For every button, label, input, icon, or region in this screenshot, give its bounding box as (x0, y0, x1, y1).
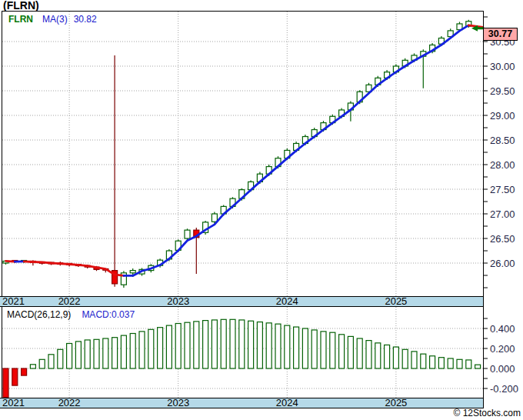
macd-bar (39, 359, 45, 368)
year-label: 2022 (58, 296, 81, 307)
macd-bar (330, 332, 335, 368)
year-label: 2023 (167, 398, 189, 408)
year-label: 2024 (276, 398, 298, 408)
macd-bar (357, 338, 362, 368)
ma-line-segment (6, 261, 15, 262)
y-axis-label: 27.50 (490, 184, 515, 195)
y-axis-label: 28.00 (490, 159, 515, 171)
macd-bar (94, 339, 99, 368)
macd-bar (311, 330, 317, 368)
y-axis-label: 26.00 (490, 258, 515, 269)
year-label: 2023 (167, 296, 189, 307)
macd-bar (3, 368, 8, 398)
macd-bar (112, 338, 118, 368)
macd-bar (230, 319, 235, 368)
macd-bar (58, 349, 63, 368)
page-title: (FLRN) (3, 0, 39, 12)
macd-bar (130, 334, 135, 369)
macd-bar (121, 335, 126, 368)
macd-bar (438, 358, 444, 368)
y-axis-label: 29.50 (490, 85, 515, 97)
macd-bar (139, 332, 145, 368)
macd-bar (457, 359, 462, 368)
year-label: 2021 (2, 296, 25, 307)
macd-bar (475, 365, 481, 368)
macd-label: MACD(26,12,9) (7, 309, 71, 320)
legend-symbol: FLRN (8, 14, 33, 25)
macd-bar (203, 321, 208, 368)
macd-bar (448, 358, 453, 368)
macd-bar (294, 327, 299, 368)
macd-bar (411, 352, 417, 368)
macd-bar (393, 347, 398, 368)
macd-bar (221, 319, 226, 368)
y-axis-label: 0.400 (490, 323, 515, 335)
macd-bar (212, 320, 217, 368)
macd-bar (430, 356, 435, 368)
macd-bar (275, 324, 281, 368)
macd-bar (348, 336, 353, 368)
macd-bar (248, 321, 254, 368)
macd-value: MACD:0.037 (82, 309, 135, 320)
price-legend: FLRNMA(3)30.82 (8, 14, 97, 25)
macd-bar (175, 324, 181, 369)
x-axis-band-macd: 20212022202320242025 (0, 398, 484, 408)
y-axis-label: 27.00 (490, 208, 515, 220)
macd-bar (239, 320, 245, 368)
stock-chart-page: (FLRN) 26.0026.5027.0027.5028.0028.5029.… (0, 0, 523, 420)
y-axis-label: 0.000 (490, 363, 515, 375)
legend-ma-value: 30.82 (74, 14, 97, 25)
y-axis-label: 29.00 (490, 110, 515, 122)
macd-bar (321, 332, 326, 368)
macd-bar (103, 338, 108, 368)
macd-bar (339, 335, 345, 368)
macd-bar (194, 322, 199, 368)
y-axis-label: 26.50 (490, 233, 515, 245)
macd-bar (22, 368, 27, 375)
macd-bar (302, 328, 308, 368)
price-chart-canvas: 26.0026.5027.0027.5028.0028.5029.0029.50… (0, 11, 523, 296)
macd-bar (185, 322, 190, 368)
y-axis-label: 28.50 (490, 135, 515, 146)
year-label: 2021 (2, 398, 25, 408)
y-axis-label: 0.200 (490, 343, 515, 355)
macd-bar (148, 329, 154, 368)
macd-bar (257, 322, 262, 368)
candle (130, 271, 135, 273)
y-axis-line (483, 11, 484, 408)
macd-bar (466, 360, 471, 368)
macd-chart-canvas: 0.4000.2000.000-0.200 (0, 307, 523, 398)
macd-bar (30, 365, 35, 368)
macd-bar (375, 343, 381, 368)
candle (185, 230, 190, 238)
macd-bar (166, 325, 172, 368)
year-label: 2024 (276, 296, 298, 307)
copyright-watermark: © 12Stocks.com (453, 408, 521, 418)
macd-bar (158, 328, 163, 368)
macd-bar (385, 345, 390, 368)
year-label: 2025 (385, 398, 407, 408)
y-axis-label: -0.200 (490, 383, 518, 395)
candle (212, 214, 217, 222)
year-label: 2025 (385, 296, 407, 307)
macd-header: MACD(26,12,9)MACD:0.037 (7, 309, 135, 320)
year-label: 2022 (58, 398, 81, 408)
macd-bar (85, 340, 90, 368)
x-axis-band-main: 20212022202320242025 (0, 296, 484, 307)
macd-bar (12, 368, 18, 385)
y-axis-label: 30.00 (490, 61, 515, 72)
macd-bar (421, 354, 426, 368)
macd-bar (366, 341, 371, 368)
legend-ma-label: MA(3) (42, 14, 68, 25)
ma-line-segment (24, 262, 124, 276)
macd-bar (285, 325, 290, 368)
macd-bar (266, 323, 271, 368)
macd-bar (402, 349, 408, 368)
macd-bar (48, 355, 54, 368)
last-price-tag: 30.77 (483, 28, 518, 41)
macd-bar (67, 344, 72, 369)
macd-bar (75, 342, 81, 368)
